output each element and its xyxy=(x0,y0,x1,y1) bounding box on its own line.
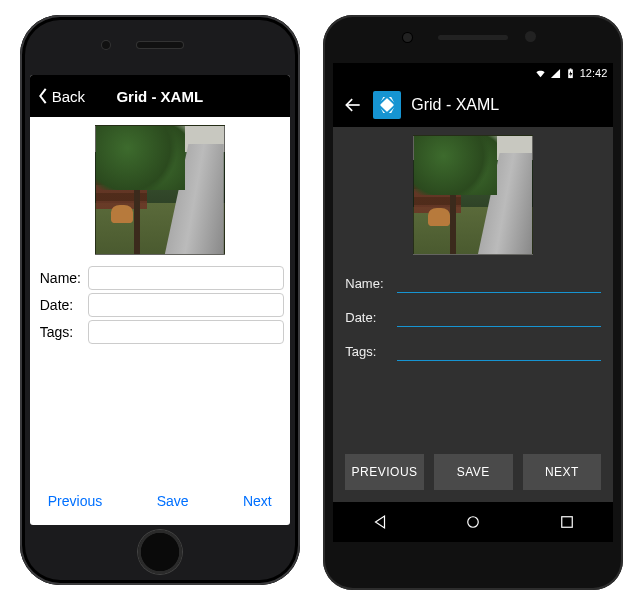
form-row-tags: Tags: xyxy=(345,339,601,361)
tags-input[interactable] xyxy=(397,339,601,361)
form-row-date: Date: xyxy=(36,293,284,317)
name-input[interactable] xyxy=(88,266,284,290)
date-label: Date: xyxy=(345,310,397,327)
iphone-speaker xyxy=(137,42,183,48)
clock: 12:42 xyxy=(580,67,608,79)
ios-navbar: Back Grid - XAML xyxy=(30,75,290,117)
chevron-left-icon xyxy=(36,87,50,105)
previous-button[interactable]: PREVIOUS xyxy=(345,454,424,490)
android-appbar: Grid - XAML xyxy=(333,83,613,127)
wifi-icon xyxy=(535,68,546,79)
android-recent-icon[interactable] xyxy=(558,513,576,531)
android-screen: 12:42 Grid - XAML Name: xyxy=(333,63,613,542)
tags-label: Tags: xyxy=(345,344,397,361)
tags-input[interactable] xyxy=(88,320,284,344)
android-sensor xyxy=(403,33,412,42)
tags-label: Tags: xyxy=(36,324,88,340)
arrow-left-icon xyxy=(343,95,363,115)
android-back-icon[interactable] xyxy=(371,513,389,531)
back-button[interactable] xyxy=(343,95,363,115)
date-input[interactable] xyxy=(397,305,601,327)
photo-image xyxy=(95,125,225,255)
back-button[interactable]: Back xyxy=(30,87,85,105)
name-label: Name: xyxy=(36,270,88,286)
iphone-camera-dot xyxy=(102,41,110,49)
photo-image xyxy=(413,135,533,255)
bottom-button-bar: Previous Save Next xyxy=(36,483,284,525)
form-row-name: Name: xyxy=(36,266,284,290)
ios-screen: Back Grid - XAML Name: Date: xyxy=(30,75,290,525)
date-input[interactable] xyxy=(88,293,284,317)
back-label: Back xyxy=(52,88,85,105)
page-title: Grid - XAML xyxy=(411,96,499,114)
form: Name: Date: Tags: xyxy=(36,263,284,347)
form: Name: Date: Tags: xyxy=(345,259,601,367)
photo-thumbnail xyxy=(413,135,533,255)
svg-point-3 xyxy=(468,517,479,528)
photo-thumbnail xyxy=(95,125,225,255)
iphone-device-frame: Back Grid - XAML Name: Date: xyxy=(20,15,300,585)
save-button[interactable]: SAVE xyxy=(434,454,513,490)
form-row-date: Date: xyxy=(345,305,601,327)
android-front-camera xyxy=(525,31,536,42)
android-content: Name: Date: Tags: xyxy=(333,127,613,454)
name-label: Name: xyxy=(345,276,397,293)
android-nav-bar xyxy=(333,502,613,542)
status-bar: 12:42 xyxy=(333,63,613,83)
iphone-home-button[interactable] xyxy=(137,529,183,575)
form-row-tags: Tags: xyxy=(36,320,284,344)
bottom-button-bar: PREVIOUS SAVE NEXT xyxy=(333,454,613,502)
next-button[interactable]: NEXT xyxy=(523,454,602,490)
svg-rect-1 xyxy=(569,68,571,69)
xamarin-icon xyxy=(373,91,401,119)
ios-content: Name: Date: Tags: Previous Save Next xyxy=(30,117,290,525)
form-row-name: Name: xyxy=(345,271,601,293)
android-device-frame: 12:42 Grid - XAML Name: xyxy=(323,15,623,590)
previous-button[interactable]: Previous xyxy=(48,493,102,509)
android-home-icon[interactable] xyxy=(464,513,482,531)
date-label: Date: xyxy=(36,297,88,313)
signal-icon xyxy=(550,68,561,79)
next-button[interactable]: Next xyxy=(243,493,272,509)
save-button[interactable]: Save xyxy=(157,493,189,509)
battery-icon xyxy=(565,68,576,79)
name-input[interactable] xyxy=(397,271,601,293)
android-speaker xyxy=(438,35,508,40)
svg-rect-4 xyxy=(561,517,572,528)
